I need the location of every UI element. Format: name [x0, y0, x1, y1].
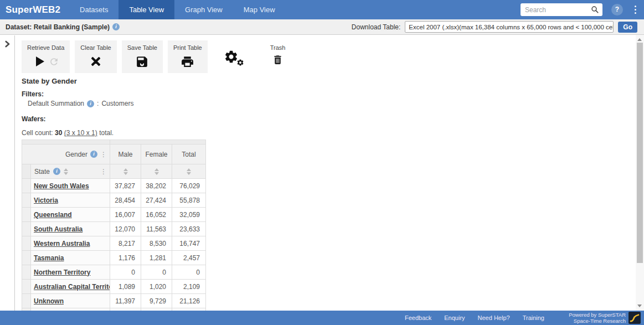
value-cell: 21,126 [172, 294, 205, 308]
top-navbar: SuperWEB2 DatasetsTable ViewGraph ViewMa… [0, 0, 644, 19]
powered-by-text: Powered by SuperSTAR Space-Time Research [569, 312, 626, 324]
cell-count-suffix: total. [99, 129, 114, 137]
value-cell: 9,729 [141, 294, 172, 308]
scroll-up-icon[interactable] [637, 38, 642, 41]
navbar-tab-datasets[interactable]: Datasets [69, 0, 119, 19]
download-format-select[interactable]: Excel 2007 (.xlsx)(max 16,384 columns x … [405, 21, 614, 33]
trash-button[interactable]: Trash [270, 40, 286, 69]
filter-info-icon[interactable] [87, 100, 94, 107]
row-label-link-western-australia[interactable]: Western Australia [34, 240, 90, 247]
table-row: Unknown 11,3979,72921,126 [22, 294, 205, 308]
save-table-button[interactable]: Save Table [122, 40, 163, 73]
row-label-link-australian-capital-territory[interactable]: Australian Capital Territory [34, 283, 110, 291]
value-cell: 1,281 [141, 251, 172, 265]
column-sort-cell[interactable] [141, 164, 172, 178]
row-label-link-victoria[interactable]: Victoria [34, 197, 58, 204]
value-cell: 11,397 [110, 294, 141, 308]
column-group-header[interactable]: Gender [22, 145, 110, 164]
gender-info-icon[interactable] [90, 151, 97, 158]
retrieve-data-label: Retrieve Data [27, 44, 64, 51]
row-gutter [22, 208, 31, 221]
value-cell: 2,457 [172, 251, 205, 265]
expand-sidebar-icon[interactable] [4, 40, 11, 48]
cell-count-prefix: Cell count: [22, 129, 53, 137]
gender-header-row: Gender MaleFemaleTotal [22, 145, 205, 164]
footer-link-training[interactable]: Training [523, 314, 544, 321]
footer-link-feedback[interactable]: Feedback [405, 314, 431, 321]
table-options-button[interactable] [224, 49, 247, 69]
table-top-strip [22, 140, 205, 145]
navbar-tab-map-view[interactable]: Map View [233, 0, 286, 19]
cell-count-link[interactable]: (3 x 10 x 1) [64, 129, 97, 137]
row-gutter [22, 265, 31, 279]
row-menu-icon[interactable] [100, 168, 110, 175]
sort-arrows-icon[interactable] [123, 168, 128, 175]
value-cell: 16,747 [172, 236, 205, 250]
powered-line1: Powered by SuperSTAR [569, 312, 626, 318]
table-row: Western Australia 8,2178,53016,747 [22, 236, 205, 251]
superweb2-app: SuperWEB2 DatasetsTable ViewGraph ViewMa… [0, 0, 644, 325]
column-header-total[interactable]: Total [172, 145, 205, 164]
row-gutter [22, 222, 31, 236]
row-label-link-unknown[interactable]: Unknown [34, 297, 64, 305]
row-gutter [22, 251, 31, 265]
scrollbar-thumb[interactable] [637, 43, 643, 263]
overflow-menu-icon[interactable] [634, 5, 637, 14]
value-cell: 27,424 [141, 193, 172, 207]
vertical-scrollbar[interactable] [636, 35, 644, 311]
sort-arrows-icon[interactable] [187, 168, 191, 175]
help-icon[interactable] [611, 4, 623, 16]
row-label-link-south-australia[interactable]: South Australia [34, 225, 83, 233]
download-format-value: Excel 2007 (.xlsx)(max 16,384 columns x … [409, 24, 614, 30]
footer-link-enquiry[interactable]: Enquiry [444, 314, 465, 321]
scroll-down-icon[interactable] [637, 305, 642, 307]
column-sort-cell[interactable] [172, 164, 205, 178]
footer-links: FeedbackEnquiryNeed Help?Training [405, 311, 544, 325]
row-gutter [22, 193, 31, 207]
value-cell: 55,878 [172, 193, 205, 207]
strip-right [110, 140, 205, 144]
value-cell: 37,827 [110, 179, 141, 193]
dataset-info-icon[interactable] [112, 23, 120, 30]
column-menu-icon[interactable] [100, 151, 107, 158]
save-table-label: Save Table [127, 44, 157, 51]
play-icon [33, 55, 46, 68]
value-cell: 0 [172, 265, 205, 279]
navbar-tab-table-view[interactable]: Table View [119, 0, 174, 19]
column-header-male[interactable]: Male [110, 145, 141, 164]
row-label-link-tasmania[interactable]: Tasmania [34, 254, 64, 262]
clear-table-button[interactable]: Clear Table [75, 40, 116, 73]
search-input[interactable] [521, 6, 591, 14]
table-row: Tasmania 1,1761,2812,457 [22, 251, 205, 265]
filter-name: Default Summation [28, 100, 84, 107]
row-gutter [22, 164, 31, 178]
row-label-link-northern-territory[interactable]: Northern Territory [34, 269, 90, 276]
dataset-title: Dataset: Retail Banking (Sample) [6, 23, 110, 31]
state-info-icon[interactable] [53, 168, 60, 175]
table-toolbar: Retrieve Data Clear Table Save Table Pri… [22, 40, 285, 73]
sort-arrows-icon[interactable] [64, 168, 68, 175]
column-header-female[interactable]: Female [141, 145, 172, 164]
navbar-tab-graph-view[interactable]: Graph View [174, 0, 233, 19]
footer-link-need-help[interactable]: Need Help? [478, 314, 510, 321]
value-cell: 1,020 [141, 280, 172, 293]
go-button[interactable]: Go [618, 22, 637, 33]
save-icon [135, 55, 149, 69]
value-cell: 1,089 [110, 280, 141, 293]
column-sort-cell[interactable] [110, 164, 141, 178]
search-icon[interactable] [591, 6, 599, 14]
cell-count-line: Cell count: 30 (3 x 10 x 1) total. [22, 129, 114, 137]
row-group-header[interactable]: State [31, 164, 110, 178]
filter-separator: : [97, 100, 99, 107]
search-box [521, 3, 602, 16]
print-table-button[interactable]: Print Table [168, 40, 208, 73]
gear-small-icon [236, 59, 244, 66]
trash-label: Trash [270, 44, 286, 51]
table-body: New South Wales 37,82738,20276,029 Victo… [22, 179, 205, 308]
row-label-link-new-south-wales[interactable]: New South Wales [34, 182, 89, 190]
sort-arrows-icon[interactable] [154, 168, 159, 175]
row-label-link-queensland[interactable]: Queensland [34, 211, 72, 219]
retrieve-data-button[interactable]: Retrieve Data [22, 40, 70, 73]
value-cell: 38,202 [141, 179, 172, 193]
row-label-cell: Western Australia [31, 236, 110, 250]
